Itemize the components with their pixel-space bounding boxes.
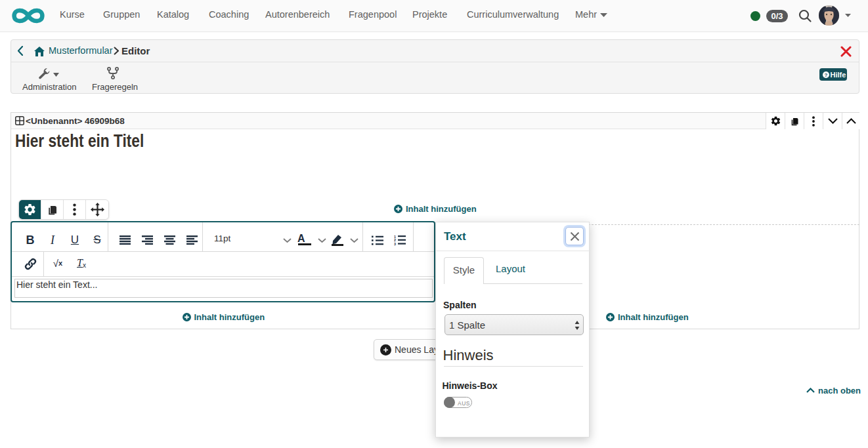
svg-text:3: 3 bbox=[394, 242, 396, 245]
svg-text:?: ? bbox=[825, 71, 828, 77]
